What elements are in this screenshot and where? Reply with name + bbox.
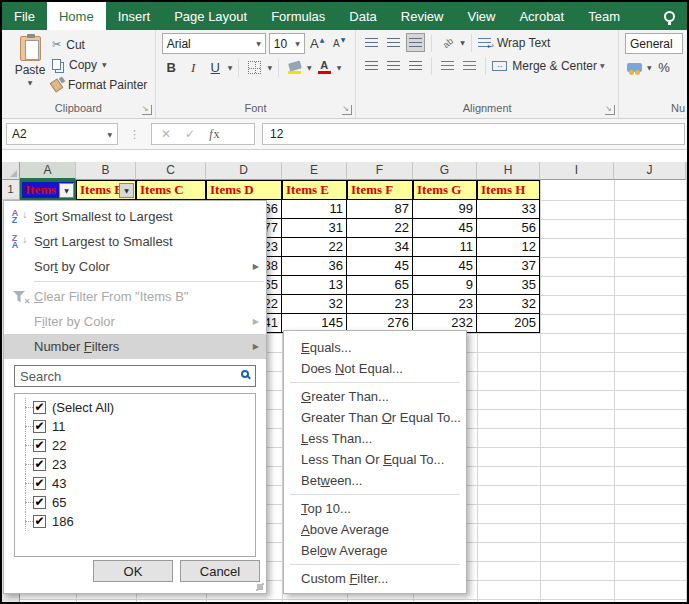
cell-f2[interactable]: 87: [347, 200, 413, 219]
merge-center-button[interactable]: ↔ Merge & Center: [492, 56, 597, 75]
formula-bar-splitter-icon[interactable]: ⋮: [129, 128, 140, 141]
select-all-corner[interactable]: [2, 162, 20, 180]
filter-value-22[interactable]: ✔22: [17, 436, 255, 455]
filter-value-23[interactable]: ✔23: [17, 455, 255, 474]
format-painter-button[interactable]: Format Painter: [52, 75, 147, 94]
fill-color-dropdown-icon[interactable]: ▼: [307, 64, 312, 71]
cell-e2[interactable]: 11: [282, 200, 347, 219]
submenu-item-custom-filter[interactable]: Custom Filter...: [284, 568, 466, 589]
bold-button[interactable]: B: [162, 58, 181, 77]
ok-button[interactable]: OK: [93, 560, 173, 582]
shrink-font-button[interactable]: A▼: [330, 34, 349, 53]
submenu-item-less-than-or-equal-to[interactable]: Less Than Or Equal To...: [284, 449, 466, 470]
checkbox-icon[interactable]: ✔: [33, 439, 46, 452]
clipboard-dialog-launcher[interactable]: ↘: [142, 105, 152, 115]
submenu-item-equals[interactable]: Equals...: [284, 337, 466, 358]
menu-item-clear-filter-from-items-b[interactable]: Clear Filter From "Items B": [4, 284, 266, 309]
cell-e6[interactable]: 13: [282, 276, 347, 295]
filter-dropdown-button[interactable]: ▼: [59, 183, 74, 198]
italic-button[interactable]: I: [184, 58, 203, 77]
cell-f4[interactable]: 34: [347, 238, 413, 257]
search-input[interactable]: [14, 365, 256, 387]
header-cell-items-g[interactable]: Items G: [413, 180, 477, 200]
font-dialog-launcher[interactable]: ↘: [342, 105, 352, 115]
resize-grip[interactable]: [257, 584, 263, 590]
menu-item-filter-by-color[interactable]: Filter by Color▶: [4, 309, 266, 334]
cell-e5[interactable]: 36: [282, 257, 347, 276]
font-size-select[interactable]: 10 ▼: [269, 33, 305, 54]
fill-color-button[interactable]: [285, 58, 304, 77]
decrease-indent-button[interactable]: [438, 56, 457, 75]
wrap-text-button[interactable]: Wrap Text: [478, 33, 551, 52]
cell-h2[interactable]: 33: [477, 200, 540, 219]
column-header-j[interactable]: J: [614, 162, 686, 180]
tab-review[interactable]: Review: [389, 2, 456, 30]
underline-dropdown-icon[interactable]: ▼: [228, 64, 233, 71]
formula-input[interactable]: 12: [262, 123, 685, 145]
merge-center-dropdown-icon[interactable]: ▼: [600, 62, 605, 69]
paste-button[interactable]: Paste ▼: [8, 33, 52, 101]
column-header-f[interactable]: F: [347, 162, 413, 180]
submenu-item-less-than[interactable]: Less Than...: [284, 428, 466, 449]
menu-item-number-filters[interactable]: Number Filters▶: [4, 334, 266, 359]
accounting-format-button[interactable]: [625, 58, 644, 77]
copy-dropdown-arrow-icon[interactable]: ▼: [102, 61, 107, 68]
column-header-b[interactable]: B: [76, 162, 136, 180]
menu-item-sort-smallest-to-largest[interactable]: AZ↓Sort Smallest to Largest: [4, 204, 266, 229]
alignment-dialog-launcher[interactable]: ↘: [605, 105, 615, 115]
tab-insert[interactable]: Insert: [106, 2, 163, 30]
align-center-button[interactable]: [384, 56, 403, 75]
cell-e4[interactable]: 22: [282, 238, 347, 257]
cell-f3[interactable]: 22: [347, 219, 413, 238]
font-name-select[interactable]: Arial ▼: [162, 33, 266, 54]
submenu-item-above-average[interactable]: Above Average: [284, 519, 466, 540]
row-header-1[interactable]: 1: [2, 180, 20, 200]
filter-value-select-all[interactable]: ✔(Select All): [17, 398, 255, 417]
cancel-button[interactable]: Cancel: [180, 560, 260, 582]
cell-h3[interactable]: 56: [477, 219, 540, 238]
header-cell-items-e[interactable]: Items E: [282, 180, 347, 200]
tab-view[interactable]: View: [455, 2, 507, 30]
orientation-button[interactable]: ab: [438, 33, 457, 52]
align-left-button[interactable]: [362, 56, 381, 75]
tab-data[interactable]: Data: [337, 2, 388, 30]
filter-value-186[interactable]: ✔186: [17, 512, 255, 531]
underline-button[interactable]: U: [206, 58, 225, 77]
tell-me-lightbulb-icon[interactable]: [664, 11, 675, 22]
borders-dropdown-icon[interactable]: ▼: [267, 64, 272, 71]
percent-style-button[interactable]: %: [655, 58, 674, 77]
submenu-item-below-average[interactable]: Below Average: [284, 540, 466, 561]
bottom-align-button[interactable]: [406, 33, 425, 52]
checkbox-icon[interactable]: ✔: [33, 477, 46, 490]
tab-home[interactable]: Home: [47, 2, 106, 30]
filter-dropdown-button[interactable]: ▼: [119, 183, 134, 198]
menu-item-sort-largest-to-smallest[interactable]: ZA↓Sort Largest to Smallest: [4, 229, 266, 254]
checkbox-icon[interactable]: ✔: [33, 401, 46, 414]
cell-e3[interactable]: 31: [282, 219, 347, 238]
filter-value-65[interactable]: ✔65: [17, 493, 255, 512]
middle-align-button[interactable]: [384, 33, 403, 52]
tab-page-layout[interactable]: Page Layout: [162, 2, 259, 30]
checkbox-icon[interactable]: ✔: [33, 496, 46, 509]
header-cell-items-c[interactable]: Items C: [136, 180, 206, 200]
header-cell-items-b[interactable]: Items B▼: [76, 180, 136, 200]
header-cell-items-d[interactable]: Items D: [206, 180, 282, 200]
cell-f7[interactable]: 23: [347, 295, 413, 314]
orientation-dropdown-icon[interactable]: ▼: [460, 39, 465, 46]
insert-function-icon[interactable]: fx: [209, 127, 219, 142]
cell-h7[interactable]: 32: [477, 295, 540, 314]
submenu-item-greater-than-or-equal-to[interactable]: Greater Than Or Equal To...: [284, 407, 466, 428]
menu-item-sort-by-color[interactable]: Sort by Color▶: [4, 254, 266, 279]
confirm-entry-icon[interactable]: ✓: [185, 127, 195, 141]
header-cell-items-f[interactable]: Items F: [347, 180, 413, 200]
column-header-g[interactable]: G: [413, 162, 477, 180]
column-header-c[interactable]: C: [136, 162, 206, 180]
cell-g2[interactable]: 99: [413, 200, 477, 219]
cell-g4[interactable]: 11: [413, 238, 477, 257]
cut-button[interactable]: ✂ Cut: [52, 35, 147, 54]
tab-formulas[interactable]: Formulas: [259, 2, 337, 30]
header-cell-items-h[interactable]: Items H: [477, 180, 540, 200]
column-header-d[interactable]: D: [206, 162, 282, 180]
filter-value-11[interactable]: ✔11: [17, 417, 255, 436]
checkbox-icon[interactable]: ✔: [33, 458, 46, 471]
